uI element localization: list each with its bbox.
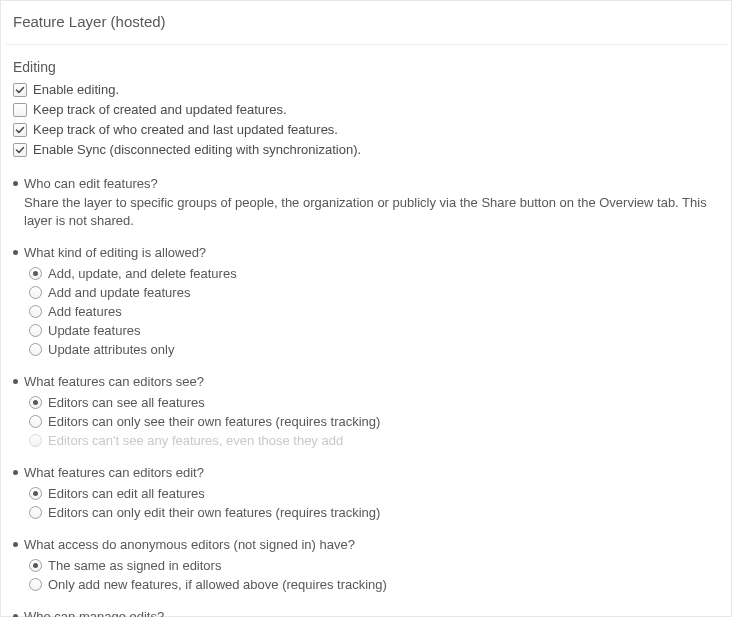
checkbox-icon[interactable]: [13, 143, 27, 157]
checkbox-icon[interactable]: [13, 83, 27, 97]
question-heading: Who can manage edits?: [13, 608, 719, 617]
editing-checkbox-list: Enable editing.Keep track of created and…: [13, 81, 719, 159]
radio-label: Add, update, and delete features: [48, 264, 237, 283]
editing-checkbox-row-2[interactable]: Keep track of who created and last updat…: [13, 121, 719, 139]
checkbox-label: Keep track of created and updated featur…: [33, 101, 287, 119]
question-item-0: Who can edit features?Share the layer to…: [13, 175, 719, 230]
radio-icon[interactable]: [29, 506, 42, 519]
panel-body: Editing Enable editing.Keep track of cre…: [1, 45, 731, 617]
radio-label: The same as signed in editors: [48, 556, 221, 575]
radio-icon[interactable]: [29, 415, 42, 428]
editing-checkbox-row-0[interactable]: Enable editing.: [13, 81, 719, 99]
radio-icon: [29, 434, 42, 447]
radio-icon[interactable]: [29, 286, 42, 299]
radio-icon[interactable]: [29, 559, 42, 572]
radio-icon[interactable]: [29, 324, 42, 337]
radio-label: Only add new features, if allowed above …: [48, 575, 387, 594]
editing-checkbox-row-3[interactable]: Enable Sync (disconnected editing with s…: [13, 141, 719, 159]
panel-title: Feature Layer (hosted): [1, 1, 731, 44]
radio-label: Editors can only see their own features …: [48, 412, 380, 431]
checkbox-label: Enable editing.: [33, 81, 119, 99]
radio-label: Editors can't see any features, even tho…: [48, 431, 343, 450]
radio-option[interactable]: Update features: [29, 321, 719, 340]
question-item-3: What features can editors edit?Editors c…: [13, 464, 719, 522]
question-description: Share the layer to specific groups of pe…: [13, 194, 719, 230]
editing-checkbox-row-1[interactable]: Keep track of created and updated featur…: [13, 101, 719, 119]
radio-group: Editors can edit all featuresEditors can…: [13, 484, 719, 522]
radio-icon[interactable]: [29, 343, 42, 356]
radio-label: Update attributes only: [48, 340, 174, 359]
question-item-4: What access do anonymous editors (not si…: [13, 536, 719, 594]
radio-icon[interactable]: [29, 267, 42, 280]
checkbox-icon[interactable]: [13, 103, 27, 117]
radio-label: Editors can edit all features: [48, 484, 205, 503]
radio-option[interactable]: The same as signed in editors: [29, 556, 719, 575]
radio-icon[interactable]: [29, 578, 42, 591]
question-item-2: What features can editors see?Editors ca…: [13, 373, 719, 450]
radio-option[interactable]: Update attributes only: [29, 340, 719, 359]
radio-option[interactable]: Add and update features: [29, 283, 719, 302]
radio-group: Editors can see all featuresEditors can …: [13, 393, 719, 450]
radio-icon[interactable]: [29, 487, 42, 500]
radio-group: The same as signed in editorsOnly add ne…: [13, 556, 719, 594]
question-heading: What access do anonymous editors (not si…: [13, 536, 719, 553]
editing-heading: Editing: [13, 59, 719, 75]
radio-option[interactable]: Only add new features, if allowed above …: [29, 575, 719, 594]
radio-label: Update features: [48, 321, 141, 340]
checkbox-label: Enable Sync (disconnected editing with s…: [33, 141, 361, 159]
radio-option: Editors can't see any features, even tho…: [29, 431, 719, 450]
question-item-1: What kind of editing is allowed?Add, upd…: [13, 244, 719, 359]
feature-layer-settings-panel: Feature Layer (hosted) Editing Enable ed…: [0, 0, 732, 617]
checkbox-icon[interactable]: [13, 123, 27, 137]
question-heading: What features can editors edit?: [13, 464, 719, 481]
radio-option[interactable]: Editors can only see their own features …: [29, 412, 719, 431]
radio-label: Editors can see all features: [48, 393, 205, 412]
checkbox-label: Keep track of who created and last updat…: [33, 121, 338, 139]
radio-group: Add, update, and delete featuresAdd and …: [13, 264, 719, 359]
radio-label: Add features: [48, 302, 122, 321]
question-heading: Who can edit features?: [13, 175, 719, 192]
radio-option[interactable]: Editors can edit all features: [29, 484, 719, 503]
radio-option[interactable]: Editors can see all features: [29, 393, 719, 412]
question-item-5: Who can manage edits?YouAdministratorsDa…: [13, 608, 719, 617]
radio-label: Editors can only edit their own features…: [48, 503, 380, 522]
question-heading: What kind of editing is allowed?: [13, 244, 719, 261]
radio-icon[interactable]: [29, 305, 42, 318]
question-heading: What features can editors see?: [13, 373, 719, 390]
radio-option[interactable]: Add, update, and delete features: [29, 264, 719, 283]
radio-label: Add and update features: [48, 283, 190, 302]
radio-option[interactable]: Editors can only edit their own features…: [29, 503, 719, 522]
radio-icon[interactable]: [29, 396, 42, 409]
question-list: Who can edit features?Share the layer to…: [13, 175, 719, 617]
radio-option[interactable]: Add features: [29, 302, 719, 321]
